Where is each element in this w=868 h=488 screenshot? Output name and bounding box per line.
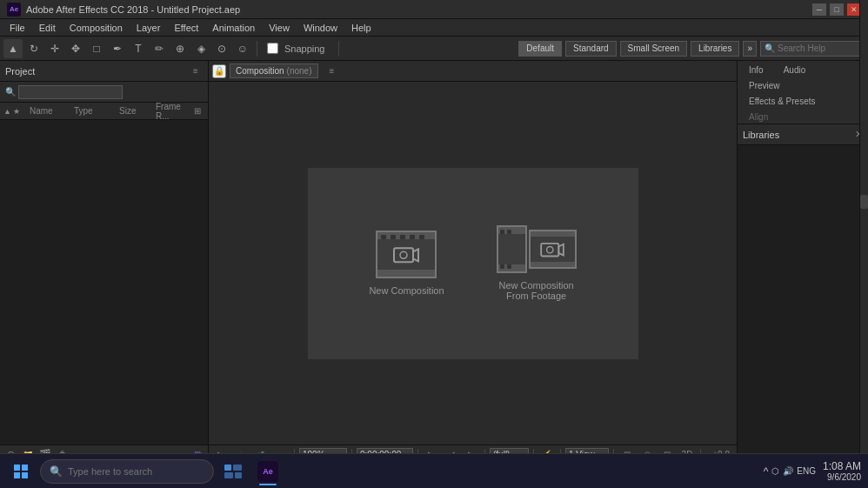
ae-logo-icon: Ae — [7, 3, 21, 17]
menu-effect[interactable]: Effect — [168, 21, 204, 35]
maximize-button[interactable]: □ — [830, 3, 844, 16]
menu-window[interactable]: Window — [297, 21, 344, 35]
project-panel-title: Project — [5, 66, 185, 77]
move-tool[interactable]: ✥ — [66, 39, 85, 58]
workspace-more[interactable]: » — [743, 41, 757, 57]
svg-point-5 — [547, 246, 553, 252]
project-panel-header: Project ≡ — [0, 61, 208, 82]
film-holes-bottom — [377, 268, 428, 276]
libraries-header: Libraries ✕ — [738, 124, 868, 145]
new-composition-button[interactable]: New Composition — [369, 231, 444, 296]
col-header-type: Type — [70, 106, 114, 116]
rotate-tool[interactable]: ↻ — [24, 39, 43, 58]
project-panel-menu-icon[interactable]: ≡ — [189, 64, 203, 78]
svg-rect-7 — [233, 465, 242, 471]
eraser-tool[interactable]: ◈ — [191, 39, 210, 58]
select-tool[interactable]: ▲ — [3, 39, 23, 58]
puppet-tool[interactable]: ☺ — [233, 39, 252, 58]
workspace-small-screen[interactable]: Small Screen — [620, 41, 687, 57]
menu-composition[interactable]: Composition — [63, 21, 129, 35]
new-composition-from-footage-button[interactable]: New Composition From Footage — [497, 225, 577, 301]
text-tool[interactable]: T — [129, 39, 148, 58]
brush-tool[interactable]: ✏ — [150, 39, 169, 58]
tab-preview[interactable]: Preview — [739, 78, 790, 92]
clock-time: 1:08 AM — [823, 460, 861, 472]
svg-marker-4 — [558, 244, 564, 255]
taskbar-search-input[interactable] — [68, 466, 198, 477]
new-comp-icon — [376, 231, 437, 278]
snapping-checkbox[interactable] — [267, 43, 278, 54]
title-bar-left: Ae Adobe After Effects CC 2018 - Untitle… — [7, 3, 240, 17]
libraries-title: Libraries — [743, 130, 779, 140]
taskbar: 🔍 Ae ^ ⬡ 🔊 ENG 1:08 AM 9/6/2020 — [0, 453, 868, 488]
menu-layer[interactable]: Layer — [130, 21, 167, 35]
menu-view[interactable]: View — [263, 21, 296, 35]
col-header-size: Size — [116, 106, 150, 116]
toolbar-sep-2 — [338, 41, 339, 57]
project-search-input[interactable] — [18, 85, 123, 99]
menu-file[interactable]: File — [3, 21, 31, 35]
system-clock[interactable]: 1:08 AM 9/6/2020 — [823, 460, 861, 482]
menu-edit[interactable]: Edit — [33, 21, 62, 35]
workspace-standard[interactable]: Standard — [565, 41, 617, 57]
menu-animation[interactable]: Animation — [206, 21, 261, 35]
right-tab-row-4: Align — [738, 108, 868, 124]
comp-tab-label: Composition — [236, 66, 284, 76]
new-comp-footage-icon — [497, 225, 577, 273]
new-comp-footage-label: New Composition From Footage — [498, 280, 573, 301]
footage-comp-icon — [529, 230, 577, 269]
film-camera-icon — [392, 244, 420, 267]
tab-audio[interactable]: Audio — [774, 63, 816, 77]
main-layout: Project ≡ 🔍 ▲ ★ Name Type Size Frame R..… — [0, 61, 868, 464]
clone-tool[interactable]: ⊕ — [170, 39, 190, 58]
toolbar-sep-1 — [257, 41, 257, 57]
minimize-button[interactable]: ─ — [812, 3, 826, 16]
comp-tab-sub: (none) — [287, 66, 312, 76]
tab-info[interactable]: Info — [739, 63, 773, 77]
roto-tool[interactable]: ⊙ — [212, 39, 231, 58]
svg-rect-3 — [541, 243, 558, 256]
tray-expand-icon[interactable]: ^ — [764, 465, 769, 478]
svg-rect-9 — [235, 472, 242, 478]
project-search-icon: 🔍 — [5, 87, 16, 97]
taskbar-app-ae[interactable]: Ae — [252, 456, 284, 487]
col-header-name: Name — [26, 106, 69, 116]
pen-tool[interactable]: ✒ — [108, 39, 127, 58]
workspace-default[interactable]: Default — [518, 41, 562, 57]
right-tabs: Info Audio Preview Effects & Presets Ali… — [738, 61, 868, 124]
svg-point-2 — [400, 251, 407, 258]
workspace-libraries[interactable]: Libraries — [691, 41, 739, 57]
ae-app-icon: Ae — [257, 461, 278, 482]
rect-tool[interactable]: □ — [87, 39, 106, 58]
right-tab-row-3: Effects & Presets — [738, 92, 868, 108]
tray-network-icon[interactable]: ⬡ — [771, 466, 779, 476]
scroll-thumb[interactable] — [860, 195, 868, 209]
clock-date: 9/6/2020 — [823, 472, 861, 482]
taskbar-search-bar[interactable]: 🔍 — [40, 459, 214, 484]
col-header-frame: Frame R... — [152, 102, 187, 121]
taskbar-task-view-button[interactable] — [219, 458, 247, 485]
col-icon-1: ▲ — [3, 107, 11, 116]
comp-tab-options-icon[interactable]: ≡ — [325, 64, 339, 78]
tray-language-icon[interactable]: ENG — [797, 466, 816, 476]
right-tab-row-1: Info Audio — [738, 61, 868, 77]
search-help-field[interactable]: 🔍 — [760, 41, 865, 57]
svg-rect-6 — [224, 465, 231, 471]
tab-effects-presets[interactable]: Effects & Presets — [739, 94, 825, 108]
right-panel: Info Audio Preview Effects & Presets Ali… — [738, 61, 868, 464]
timeline-scroll-handle[interactable] — [859, 0, 868, 488]
taskbar-start-button[interactable] — [7, 458, 35, 485]
comp-tab-lock-icon[interactable]: 🔒 — [212, 64, 226, 78]
comp-tab[interactable]: Composition (none) — [230, 64, 318, 78]
project-panel: Project ≡ 🔍 ▲ ★ Name Type Size Frame R..… — [0, 61, 209, 464]
project-col-add-icon[interactable]: ⊞ — [190, 104, 204, 118]
menu-help[interactable]: Help — [345, 21, 377, 35]
svg-rect-0 — [394, 248, 413, 262]
libraries-panel: Libraries ✕ — [738, 124, 868, 464]
anchor-tool[interactable]: ✛ — [45, 39, 64, 58]
taskbar-apps: Ae — [252, 456, 758, 487]
svg-rect-8 — [224, 472, 233, 478]
search-help-input[interactable] — [778, 43, 856, 53]
snapping-label: Snapping — [281, 43, 329, 54]
tray-speaker-icon[interactable]: 🔊 — [783, 466, 793, 476]
